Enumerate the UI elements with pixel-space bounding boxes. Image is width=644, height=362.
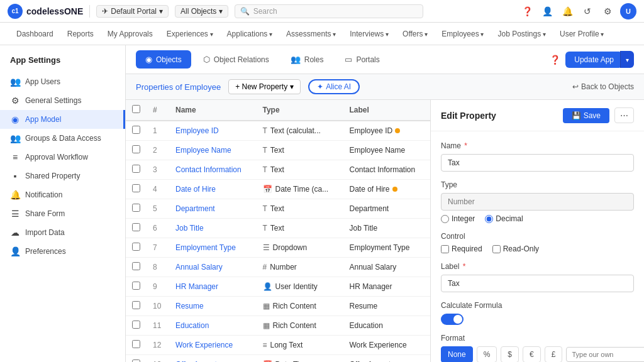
row-checkbox[interactable] (132, 282, 140, 290)
table-row[interactable]: 6 Job Title T Text Job Title (126, 219, 430, 238)
update-app-button[interactable]: Update App (565, 52, 623, 68)
table-row[interactable]: 13 Offer Acceptance ... 📅 Date Time Offe… (126, 355, 430, 363)
nav-employees[interactable]: Employees (435, 26, 490, 42)
portal-selector[interactable]: ✈ Default Portal ▾ (96, 5, 169, 18)
avatar[interactable]: U (620, 3, 636, 19)
table-row[interactable]: 2 Employee Name T Text Employee Name (126, 141, 430, 160)
row-checkbox[interactable] (132, 145, 140, 153)
update-app-arrow[interactable]: ▾ (620, 51, 634, 68)
row-name-link[interactable]: Employment Type (175, 243, 236, 252)
row-checkbox[interactable] (132, 243, 140, 251)
row-name-link[interactable]: Date of Hire (175, 185, 216, 194)
panel-help-icon[interactable]: ❓ (550, 55, 560, 65)
format-custom-input[interactable] (566, 347, 644, 362)
row-checkbox[interactable] (132, 359, 140, 362)
nav-job-postings[interactable]: Job Postings (491, 26, 552, 42)
sidebar-item-import-data[interactable]: ☁ Import Data (0, 223, 125, 242)
table-row[interactable]: 1 Employee ID T Text (calculat... Employ… (126, 121, 430, 141)
sidebar-item-share-form[interactable]: ☰ Share Form (0, 204, 125, 223)
nav-interviews[interactable]: Interviews (343, 26, 395, 42)
sidebar-item-groups[interactable]: 👥 Groups & Data Access (0, 129, 125, 148)
required-checkbox-option[interactable]: Required (441, 244, 482, 253)
required-checkbox[interactable] (441, 245, 449, 253)
row-checkbox[interactable] (132, 340, 140, 348)
more-options-button[interactable]: ⋯ (614, 107, 634, 123)
format-percent-button[interactable]: % (477, 346, 497, 362)
integer-radio-option[interactable]: Integer (441, 214, 475, 223)
tab-portals[interactable]: ▭ Portals (335, 50, 389, 69)
nav-user-profile[interactable]: User Profile (553, 26, 610, 42)
nav-offers[interactable]: Offers (396, 26, 434, 42)
row-name-link[interactable]: HR Manager (175, 282, 218, 291)
sidebar-item-app-users[interactable]: 👥 App Users (0, 72, 125, 91)
sidebar-item-general-settings[interactable]: ⚙ General Settings (0, 91, 125, 110)
alice-ai-button[interactable]: ✦ Alice AI (308, 79, 360, 94)
tab-roles[interactable]: 👥 Roles (281, 50, 333, 69)
row-checkbox[interactable] (132, 165, 140, 173)
select-all-checkbox[interactable] (132, 105, 140, 113)
notifications-icon[interactable]: 🔔 (560, 4, 575, 19)
sidebar-item-shared-property[interactable]: ▪ Shared Property (0, 167, 125, 185)
row-checkbox[interactable] (132, 204, 140, 212)
table-row[interactable]: 7 Employment Type ☰ Dropdown Employment … (126, 238, 430, 258)
row-name-link[interactable]: Annual Salary (175, 263, 223, 272)
integer-radio[interactable] (441, 215, 449, 223)
row-name-link[interactable]: Contact Information (175, 165, 242, 174)
decimal-radio-option[interactable]: Decimal (485, 214, 523, 223)
row-checkbox[interactable] (132, 126, 140, 134)
row-name-link[interactable]: Employee ID (175, 126, 219, 135)
table-row[interactable]: 12 Work Experience ≡ Long Text Work Expe… (126, 336, 430, 355)
save-button[interactable]: 💾 Save (563, 108, 609, 123)
row-name-link[interactable]: Resume (175, 302, 204, 310)
row-name-link[interactable]: Employee Name (175, 146, 231, 155)
row-checkbox[interactable] (132, 184, 140, 192)
table-row[interactable]: 8 Annual Salary # Number Annual Salary (126, 258, 430, 277)
row-checkbox[interactable] (132, 262, 140, 270)
nav-approvals[interactable]: My Approvals (101, 26, 159, 42)
calc-formula-toggle[interactable] (441, 314, 464, 325)
search-bar[interactable]: 🔍 Search (235, 4, 423, 18)
row-checkbox[interactable] (132, 223, 140, 231)
row-checkbox[interactable] (132, 301, 140, 309)
nav-assessments[interactable]: Assessments (280, 26, 342, 42)
settings-icon[interactable]: ⚙ (600, 4, 615, 19)
history-icon[interactable]: ↺ (580, 4, 595, 19)
table-row[interactable]: 11 Education ▦ Rich Content Education (126, 316, 430, 336)
users-icon[interactable]: 👤 (540, 4, 555, 19)
tab-objects[interactable]: ◉ Objects (136, 50, 191, 69)
sidebar-item-app-model[interactable]: ◉ App Model (0, 110, 125, 129)
row-name-link[interactable]: Department (175, 204, 215, 213)
row-name-link[interactable]: Job Title (175, 224, 204, 233)
back-to-objects-button[interactable]: ↩ Back to Objects (572, 82, 634, 91)
sidebar-item-approval-workflow[interactable]: ≡ Approval Workflow (0, 148, 125, 167)
new-property-button[interactable]: + New Property ▾ (228, 79, 301, 94)
table-row[interactable]: 9 HR Manager 👤 User Identity HR Manager (126, 277, 430, 297)
name-input[interactable] (441, 154, 634, 172)
format-euro-button[interactable]: € (523, 346, 541, 362)
table-row[interactable]: 4 Date of Hire 📅 Date Time (ca... Date o… (126, 180, 430, 199)
format-none-button[interactable]: None (441, 346, 473, 362)
table-row[interactable]: 3 Contact Information T Text Contact Inf… (126, 160, 430, 180)
row-name-link[interactable]: Work Experience (175, 341, 233, 349)
row-name-link[interactable]: Education (175, 321, 209, 330)
nav-applications[interactable]: Applications (221, 26, 279, 42)
nav-reports[interactable]: Reports (61, 26, 100, 42)
sidebar-item-preferences[interactable]: 👤 Preferences (0, 242, 125, 261)
decimal-radio[interactable] (485, 215, 493, 223)
help-icon[interactable]: ❓ (519, 4, 535, 19)
nav-dashboard[interactable]: Dashboard (10, 26, 60, 42)
format-pound-button[interactable]: £ (545, 346, 563, 362)
readonly-checkbox-option[interactable]: Read-Only (492, 244, 539, 253)
sidebar-item-notification[interactable]: 🔔 Notification (0, 185, 125, 204)
all-objects-dropdown[interactable]: All Objects ▾ (175, 5, 228, 18)
nav-experiences[interactable]: Experiences (160, 26, 219, 42)
table-row[interactable]: 5 Department T Text Department (126, 199, 430, 219)
format-dollar-button[interactable]: $ (501, 346, 519, 362)
readonly-checkbox[interactable] (492, 245, 501, 253)
row-checkbox[interactable] (132, 321, 140, 329)
tab-object-relations[interactable]: ⬡ Object Relations (194, 50, 279, 69)
table-row[interactable]: 10 Resume ▦ Rich Content Resume (126, 297, 430, 316)
row-number: 7 (147, 238, 169, 258)
label-input[interactable] (441, 275, 634, 292)
type-display: Number (441, 193, 634, 211)
